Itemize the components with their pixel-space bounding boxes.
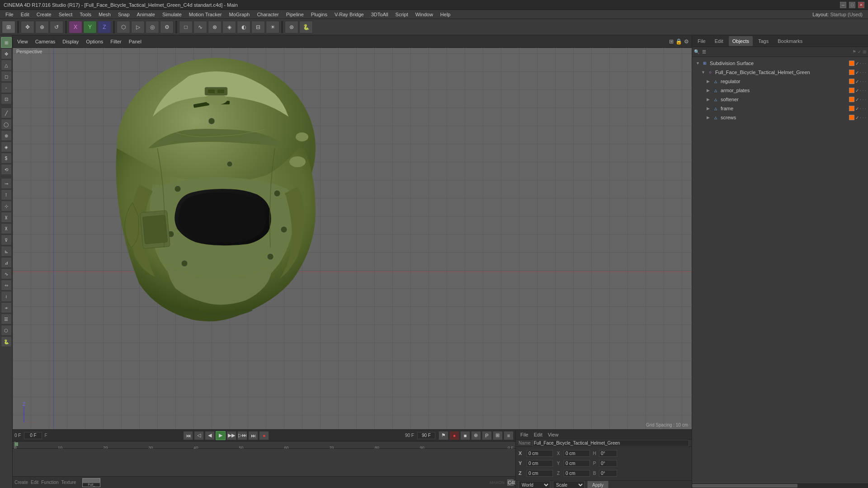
tool-2[interactable]: ◯ — [1, 119, 12, 130]
tool-15[interactable]: ∿ — [1, 268, 12, 279]
toolbar-render-settings[interactable]: ⚙ — [160, 21, 174, 33]
vp-menu-panel[interactable]: Panel — [127, 39, 143, 44]
menu-file[interactable]: File — [2, 10, 17, 19]
tool-14[interactable]: ⊿ — [1, 257, 12, 268]
vp-menu-cameras[interactable]: Cameras — [33, 39, 57, 44]
record-button[interactable]: ● — [259, 431, 269, 440]
tool-live[interactable]: ⊡ — [1, 94, 12, 104]
toolbar-obj-y[interactable]: Y — [83, 21, 97, 33]
om-row-screws[interactable]: ▶ △ screws ✓ · · · — [692, 113, 868, 122]
vp-menu-options[interactable]: Options — [84, 39, 105, 44]
vp-menu-view[interactable]: View — [15, 39, 30, 44]
next-frame-button[interactable]: ▶▶ — [226, 431, 236, 440]
menu-select[interactable]: Select — [55, 10, 76, 19]
goto-end-button[interactable]: ⏭ — [248, 431, 258, 440]
toolbar-rotate[interactable]: ↺ — [50, 21, 63, 33]
coord-x-scale[interactable] — [564, 450, 590, 457]
menu-character[interactable]: Character — [253, 10, 282, 19]
om-expand-armor[interactable]: ▶ — [707, 88, 712, 93]
menu-plugins[interactable]: Plugins — [307, 10, 331, 19]
tool-edge[interactable]: ◻ — [1, 71, 12, 82]
om-swatch-screws[interactable] — [849, 115, 854, 120]
menu-window[interactable]: Window — [412, 10, 437, 19]
om-swatch-softener[interactable] — [849, 97, 854, 102]
maximize-button[interactable]: □ — [849, 2, 855, 8]
prev-frame-button[interactable]: ◀ — [205, 431, 215, 440]
om-check-screws[interactable]: ✓ — [855, 115, 859, 120]
timeline-settings4[interactable]: ≡ — [504, 431, 514, 440]
om-check-armor[interactable]: ✓ — [855, 88, 859, 93]
tool-4[interactable]: ◈ — [1, 141, 12, 152]
om-expand-subdivision[interactable]: ▼ — [696, 61, 701, 66]
om-scrollbar[interactable] — [692, 483, 868, 488]
c4d-logo[interactable]: C4D — [507, 479, 514, 486]
menu-mesh[interactable]: Mesh — [95, 10, 114, 19]
vp-menu-display[interactable]: Display — [61, 39, 80, 44]
coord-p-rot[interactable] — [599, 460, 617, 467]
toolbar-py4d[interactable]: 🐍 — [299, 21, 313, 33]
om-expand-frame[interactable]: ▶ — [707, 106, 712, 111]
vp-menu-filter[interactable]: Filter — [108, 39, 123, 44]
om-row-armor[interactable]: ▶ △ armor_plates ✓ · · · — [692, 86, 868, 95]
menu-tools[interactable]: Tools — [76, 10, 95, 19]
prev-key-button[interactable]: ◁ — [194, 431, 204, 440]
coord-transform-select[interactable]: Scale — [553, 481, 585, 488]
menu-script[interactable]: Script — [392, 10, 412, 19]
tool-16[interactable]: ∾ — [1, 280, 12, 291]
toolbar-scale[interactable]: ⊕ — [35, 21, 49, 33]
tool-10[interactable]: ⊻ — [1, 212, 12, 223]
coord-x-pos[interactable] — [527, 450, 553, 457]
om-row-frame[interactable]: ▶ △ frame ✓ · · · — [692, 104, 868, 113]
menu-motiontracker[interactable]: Motion Tracker — [185, 10, 226, 19]
frame-end-input[interactable] — [417, 432, 435, 439]
timeline-settings1[interactable]: ⊕ — [471, 431, 481, 440]
br-name-field[interactable] — [533, 440, 689, 446]
menu-help[interactable]: Help — [437, 10, 454, 19]
tool-9[interactable]: ⊹ — [1, 201, 12, 211]
om-expand-softener[interactable]: ▶ — [707, 97, 712, 102]
om-swatch-helmet[interactable] — [849, 70, 854, 75]
tool-12[interactable]: ⊽ — [1, 235, 12, 245]
menu-snap[interactable]: Snap — [114, 10, 133, 19]
coord-y-scale[interactable] — [564, 460, 590, 467]
toolbar-render[interactable]: ▷ — [131, 21, 145, 33]
toolbar-obj-z[interactable]: Z — [98, 21, 111, 33]
menu-3dtoall[interactable]: 3DToAll — [368, 10, 392, 19]
tool-poly[interactable]: △ — [1, 60, 12, 70]
toolbar-hair[interactable]: ⊛ — [285, 21, 298, 33]
material-swatch[interactable]: Full_ — [82, 478, 100, 487]
toolbar-spline[interactable]: ∿ — [193, 21, 207, 33]
om-tab-bookmarks[interactable]: Bookmarks — [774, 36, 806, 46]
om-row-subdivision[interactable]: ▼ ⊞ Subdivision Surface ✓ · · · — [692, 59, 868, 68]
menu-pipeline[interactable]: Pipeline — [283, 10, 307, 19]
om-scrollbar-thumb[interactable] — [692, 484, 797, 488]
vp-icon-lock[interactable]: 🔒 — [675, 38, 682, 45]
material-function-btn[interactable]: Function — [41, 480, 58, 485]
frame-input[interactable] — [24, 432, 42, 439]
vp-icon-expand[interactable]: ⊞ — [669, 38, 674, 45]
toolbar-mode-btn[interactable]: ⊞ — [2, 21, 15, 33]
tool-8[interactable]: ⊺ — [1, 189, 12, 200]
tool-20[interactable]: ⬡ — [1, 325, 12, 336]
toolbar-cube[interactable]: □ — [179, 21, 193, 33]
tool-5[interactable]: $ — [1, 153, 12, 164]
toolbar-move[interactable]: ✥ — [21, 21, 34, 33]
vp-icon-settings[interactable]: ⚙ — [684, 38, 689, 45]
menu-mograph[interactable]: MoGraph — [226, 10, 254, 19]
om-check-frame[interactable]: ✓ — [855, 106, 859, 111]
coord-z-pos[interactable] — [527, 470, 553, 477]
coord-z-scale[interactable] — [564, 470, 590, 477]
om-row-softener[interactable]: ▶ △ softener ✓ · · · — [692, 95, 868, 104]
om-tab-edit[interactable]: Edit — [711, 36, 727, 46]
tool-3[interactable]: ⊕ — [1, 130, 12, 141]
close-button[interactable]: ✕ — [858, 2, 864, 8]
tool-move[interactable]: ✥ — [1, 48, 12, 59]
toolbar-obj-x[interactable]: X — [69, 21, 82, 33]
toolbar-deform[interactable]: ◈ — [222, 21, 236, 33]
br-tab-file[interactable]: File — [518, 430, 531, 440]
tool-7[interactable]: ⊸ — [1, 178, 12, 189]
coord-y-pos[interactable] — [527, 460, 553, 467]
tool-13[interactable]: ⊾ — [1, 246, 12, 257]
tool-6[interactable]: ⟲ — [1, 164, 12, 175]
om-expand-regulator[interactable]: ▶ — [707, 79, 712, 84]
